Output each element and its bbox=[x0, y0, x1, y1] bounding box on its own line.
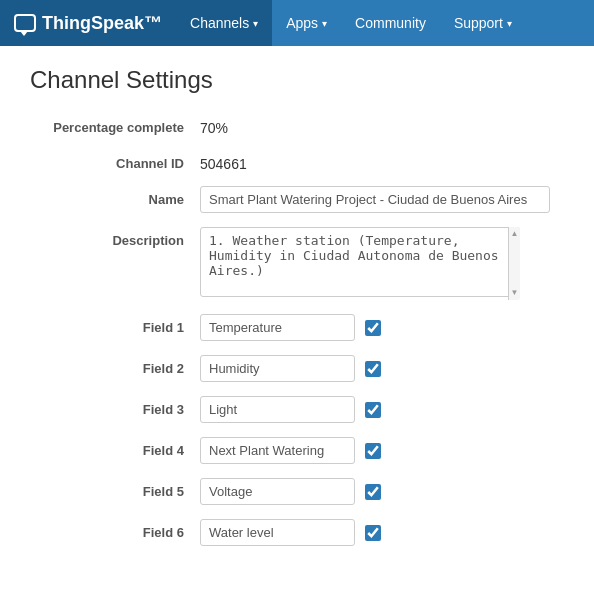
nav-channels-label: Channels bbox=[190, 15, 249, 31]
field-3-checkbox[interactable] bbox=[365, 402, 381, 418]
row-field-1: Field 1 bbox=[30, 314, 564, 341]
row-channel-id: Channel ID 504661 bbox=[30, 150, 564, 172]
page-title: Channel Settings bbox=[30, 66, 564, 94]
navbar: ThingSpeak™ Channels ▾ Apps ▾ Community … bbox=[0, 0, 594, 46]
row-name: Name bbox=[30, 186, 564, 213]
label-name: Name bbox=[30, 186, 200, 207]
brand-logo[interactable]: ThingSpeak™ bbox=[0, 0, 176, 46]
field-6-input[interactable] bbox=[200, 519, 355, 546]
nav-support[interactable]: Support ▾ bbox=[440, 0, 526, 46]
chevron-down-icon: ▾ bbox=[253, 18, 258, 29]
field-1-checkbox[interactable] bbox=[365, 320, 381, 336]
label-field-1: Field 1 bbox=[30, 314, 200, 335]
chevron-down-icon: ▾ bbox=[322, 18, 327, 29]
field-4-checkbox[interactable] bbox=[365, 443, 381, 459]
field-1-input[interactable] bbox=[200, 314, 355, 341]
label-description: Description bbox=[30, 227, 200, 248]
label-field-2: Field 2 bbox=[30, 355, 200, 376]
field-4-input[interactable] bbox=[200, 437, 355, 464]
row-field-2: Field 2 bbox=[30, 355, 564, 382]
field-5-checkbox[interactable] bbox=[365, 484, 381, 500]
scrollbar[interactable]: ▲ ▼ bbox=[508, 227, 520, 300]
nav-community-label: Community bbox=[355, 15, 426, 31]
nav-apps[interactable]: Apps ▾ bbox=[272, 0, 341, 46]
nav-apps-label: Apps bbox=[286, 15, 318, 31]
row-field-5: Field 5 bbox=[30, 478, 564, 505]
label-field-3: Field 3 bbox=[30, 396, 200, 417]
field-3-input[interactable] bbox=[200, 396, 355, 423]
row-field-6: Field 6 bbox=[30, 519, 564, 546]
fields-container: Field 1Field 2Field 3Field 4Field 5Field… bbox=[30, 314, 564, 546]
field-2-input[interactable] bbox=[200, 355, 355, 382]
nav-support-label: Support bbox=[454, 15, 503, 31]
label-percentage: Percentage complete bbox=[30, 114, 200, 135]
field-5-input[interactable] bbox=[200, 478, 355, 505]
name-input[interactable] bbox=[200, 186, 550, 213]
label-field-5: Field 5 bbox=[30, 478, 200, 499]
field-6-checkbox[interactable] bbox=[365, 525, 381, 541]
row-percentage: Percentage complete 70% bbox=[30, 114, 564, 136]
value-channel-id: 504661 bbox=[200, 150, 247, 172]
description-wrapper: ▲ ▼ bbox=[200, 227, 520, 300]
label-field-6: Field 6 bbox=[30, 519, 200, 540]
brand-name: ThingSpeak™ bbox=[42, 13, 162, 34]
label-field-4: Field 4 bbox=[30, 437, 200, 458]
chevron-down-icon: ▾ bbox=[507, 18, 512, 29]
value-percentage: 70% bbox=[200, 114, 228, 136]
settings-form: Percentage complete 70% Channel ID 50466… bbox=[30, 114, 564, 546]
row-field-4: Field 4 bbox=[30, 437, 564, 464]
scroll-down-icon[interactable]: ▼ bbox=[511, 288, 519, 298]
label-channel-id: Channel ID bbox=[30, 150, 200, 171]
nav-community[interactable]: Community bbox=[341, 0, 440, 46]
scroll-up-icon[interactable]: ▲ bbox=[511, 229, 519, 239]
nav-channels[interactable]: Channels ▾ bbox=[176, 0, 272, 46]
description-input[interactable] bbox=[200, 227, 520, 297]
logo-icon bbox=[14, 14, 36, 32]
row-description: Description ▲ ▼ bbox=[30, 227, 564, 300]
page-content: Channel Settings Percentage complete 70%… bbox=[0, 46, 594, 580]
row-field-3: Field 3 bbox=[30, 396, 564, 423]
field-2-checkbox[interactable] bbox=[365, 361, 381, 377]
